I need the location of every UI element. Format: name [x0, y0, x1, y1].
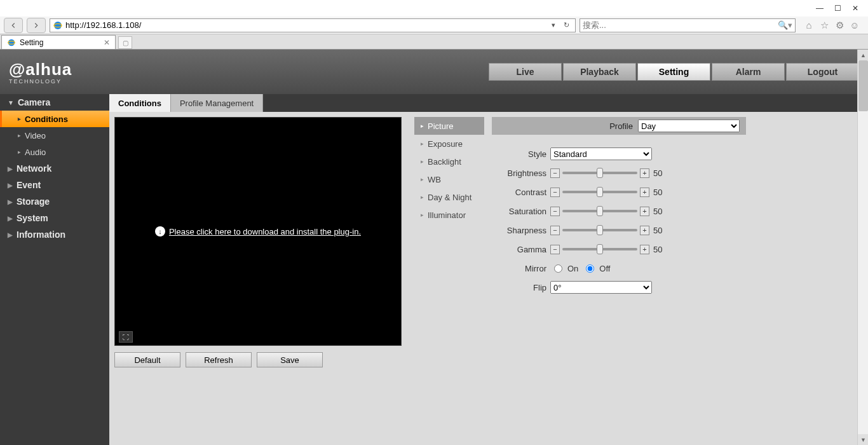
- caret-icon: ▶: [8, 215, 13, 222]
- triangle-right-icon: ▸: [421, 176, 424, 182]
- back-button[interactable]: [4, 18, 23, 33]
- subtab-profile-management[interactable]: Profile Management: [171, 94, 263, 112]
- window-titlebar: — ☐ ✕: [0, 0, 868, 17]
- browser-tab[interactable]: Setting ✕: [1, 35, 116, 49]
- brightness-minus-button[interactable]: −: [550, 168, 560, 178]
- sharpness-slider[interactable]: [562, 229, 637, 231]
- plugin-download-link[interactable]: ↓ Please click here to download and inst…: [155, 226, 361, 236]
- topnav-setting[interactable]: Setting: [637, 63, 710, 81]
- sharpness-value: 50: [653, 226, 668, 235]
- favorites-icon[interactable]: ☆: [818, 20, 830, 31]
- gamma-slider[interactable]: [562, 248, 637, 250]
- scroll-down-icon[interactable]: ▼: [858, 434, 868, 445]
- subtab-bar: ConditionsProfile Management: [109, 94, 868, 112]
- main-content: ConditionsProfile Management ↓ Please cl…: [109, 94, 868, 445]
- topnav-live[interactable]: Live: [489, 63, 562, 81]
- addr-dropdown-icon[interactable]: ▾: [547, 21, 560, 29]
- scroll-up-icon[interactable]: ▲: [858, 50, 868, 60]
- sidebar-item-conditions[interactable]: ▸Conditions: [0, 111, 109, 127]
- topnav-logout[interactable]: Logout: [786, 63, 859, 81]
- saturation-minus-button[interactable]: −: [550, 207, 560, 216]
- brightness-value: 50: [653, 168, 668, 178]
- default-button[interactable]: Default: [114, 352, 180, 367]
- sharpness-minus-button[interactable]: −: [550, 226, 560, 235]
- logo: @alhua TECHNOLOGY: [9, 60, 72, 85]
- flip-select[interactable]: 0°: [550, 281, 652, 294]
- sidebar-cat-storage[interactable]: ▶Storage: [0, 193, 109, 210]
- minimize-button[interactable]: —: [812, 2, 827, 15]
- refresh-button[interactable]: Refresh: [186, 352, 252, 367]
- search-input[interactable]: [583, 20, 778, 30]
- refresh-icon[interactable]: ↻: [560, 21, 573, 29]
- sidebar-cat-event[interactable]: ▶Event: [0, 177, 109, 193]
- contrast-value: 50: [653, 188, 668, 197]
- saturation-slider-thumb[interactable]: [597, 206, 603, 216]
- sidebar-item-audio[interactable]: ▸Audio: [0, 144, 109, 160]
- save-button[interactable]: Save: [257, 352, 323, 367]
- contrast-plus-button[interactable]: +: [640, 188, 649, 197]
- vertical-scrollbar[interactable]: ▲ ▼: [857, 50, 868, 445]
- new-tab-button[interactable]: ▢: [118, 36, 132, 49]
- tab-close-icon[interactable]: ✕: [104, 38, 110, 47]
- submenu-day-night[interactable]: ▸Day & Night: [414, 188, 484, 206]
- brightness-slider[interactable]: [562, 172, 637, 174]
- caret-icon: ▶: [8, 165, 13, 172]
- address-bar[interactable]: ▾ ↻: [50, 18, 576, 32]
- gamma-value: 50: [653, 245, 668, 254]
- contrast-slider-thumb[interactable]: [597, 187, 603, 197]
- mirror-radio-group: On Off: [550, 264, 610, 273]
- maximize-button[interactable]: ☐: [830, 2, 845, 15]
- fullscreen-icon[interactable]: ⛶: [119, 331, 133, 343]
- close-window-button[interactable]: ✕: [848, 2, 863, 15]
- mirror-off-radio[interactable]: [586, 264, 594, 273]
- caret-icon: ▶: [8, 231, 13, 238]
- mirror-on-radio[interactable]: [554, 264, 562, 273]
- profile-label: Profile: [609, 121, 633, 131]
- sidebar-cat-system[interactable]: ▶System: [0, 210, 109, 226]
- browser-tabbar: Setting ✕ ▢: [0, 34, 868, 50]
- sidebar-item-video[interactable]: ▸Video: [0, 127, 109, 144]
- style-select[interactable]: Standard: [550, 147, 652, 160]
- profile-select[interactable]: Day: [638, 120, 740, 132]
- gamma-plus-button[interactable]: +: [640, 245, 649, 254]
- scroll-thumb[interactable]: [858, 60, 868, 111]
- contrast-minus-button[interactable]: −: [550, 188, 560, 197]
- gear-icon[interactable]: ⚙: [834, 20, 845, 31]
- saturation-label: Saturation: [492, 207, 550, 216]
- svg-point-0: [54, 22, 62, 29]
- submenu-illuminator[interactable]: ▸Illuminator: [414, 206, 484, 224]
- triangle-right-icon: ▸: [421, 158, 424, 165]
- chevron-right-icon: ▸: [18, 149, 21, 155]
- home-icon[interactable]: ⌂: [803, 20, 815, 31]
- triangle-right-icon: ▸: [421, 123, 424, 129]
- contrast-slider[interactable]: [562, 191, 637, 193]
- caret-icon: ▶: [8, 198, 13, 205]
- sidebar-cat-network[interactable]: ▶Network: [0, 160, 109, 177]
- gamma-minus-button[interactable]: −: [550, 245, 560, 254]
- subtab-conditions[interactable]: Conditions: [109, 94, 171, 112]
- search-icon[interactable]: 🔍▾: [778, 20, 792, 30]
- smiley-icon[interactable]: ☺: [849, 20, 860, 31]
- brightness-slider-thumb[interactable]: [597, 168, 603, 178]
- forward-button[interactable]: [27, 18, 46, 33]
- sidebar-cat-camera[interactable]: ▼Camera: [0, 94, 109, 111]
- caret-icon: ▶: [8, 182, 13, 189]
- url-input[interactable]: [65, 20, 547, 30]
- gamma-slider-thumb[interactable]: [597, 244, 603, 254]
- sidebar-cat-information[interactable]: ▶Information: [0, 226, 109, 243]
- sharpness-plus-button[interactable]: +: [640, 226, 649, 235]
- submenu-exposure[interactable]: ▸Exposure: [414, 135, 484, 153]
- saturation-plus-button[interactable]: +: [640, 207, 649, 216]
- saturation-slider[interactable]: [562, 210, 637, 212]
- settings-panel: Profile Day Style Standard Brightness−+5…: [492, 117, 759, 440]
- topnav-alarm[interactable]: Alarm: [712, 63, 785, 81]
- saturation-value: 50: [653, 207, 668, 216]
- submenu-backlight[interactable]: ▸Backlight: [414, 153, 484, 170]
- topnav-playback[interactable]: Playback: [563, 63, 636, 81]
- sharpness-slider-thumb[interactable]: [597, 225, 603, 235]
- search-bar[interactable]: 🔍▾: [580, 18, 796, 32]
- submenu-wb[interactable]: ▸WB: [414, 170, 484, 188]
- submenu-picture[interactable]: ▸Picture: [414, 117, 484, 135]
- brightness-plus-button[interactable]: +: [640, 168, 649, 178]
- video-preview: ↓ Please click here to download and inst…: [114, 117, 402, 346]
